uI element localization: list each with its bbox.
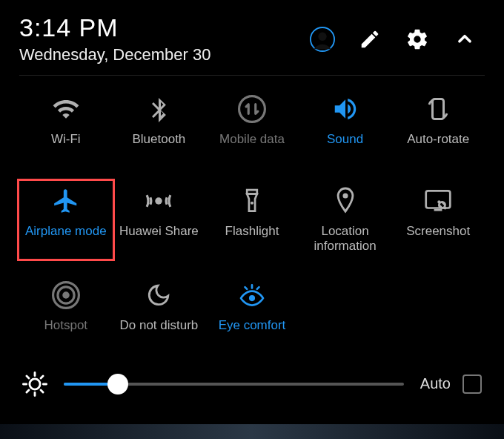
tile-huawei-share[interactable]: Huawei Share (113, 181, 206, 259)
auto-brightness-checkbox[interactable] (462, 374, 482, 394)
svg-point-4 (156, 197, 163, 205)
profile-icon[interactable] (310, 27, 335, 52)
tile-label: Auto-rotate (407, 132, 469, 160)
auto-rotate-icon (424, 95, 452, 123)
tile-eye-comfort[interactable]: Eye comfort (205, 275, 299, 351)
tile-label: Hotspot (44, 318, 88, 346)
svg-point-1 (318, 32, 326, 40)
svg-rect-3 (433, 99, 444, 119)
tile-screenshot[interactable]: Screenshot (391, 181, 485, 259)
eye-icon (238, 281, 266, 309)
flashlight-icon (238, 187, 266, 215)
tile-do-not-disturb[interactable]: Do not disturb (113, 275, 206, 351)
tile-label: Flashlight (225, 224, 279, 252)
tile-label: Mobile data (219, 132, 285, 160)
svg-point-15 (249, 295, 255, 301)
brightness-slider[interactable] (64, 383, 404, 386)
airplane-icon (52, 187, 80, 215)
tile-sound[interactable]: Sound (299, 89, 392, 165)
sound-icon (331, 95, 359, 123)
moon-icon (145, 281, 173, 309)
tile-wifi[interactable]: Wi-Fi (19, 89, 113, 165)
tile-label: Wi-Fi (51, 132, 81, 160)
mobile-data-icon (238, 95, 266, 123)
svg-point-12 (62, 291, 70, 299)
brightness-slider-wrap (64, 383, 404, 386)
tiles-grid: Wi-Fi Bluetooth Mobile data Sound Auto-r (19, 89, 485, 351)
tile-hotspot[interactable]: Hotspot (19, 275, 113, 351)
brightness-row: Auto (19, 372, 485, 397)
bluetooth-icon (145, 95, 173, 123)
tile-label: Eye comfort (219, 318, 286, 346)
slider-thumb[interactable] (107, 374, 128, 395)
auto-label: Auto (420, 375, 451, 392)
tile-auto-rotate[interactable]: Auto-rotate (391, 89, 485, 165)
tile-label: Sound (327, 132, 363, 160)
svg-point-2 (239, 96, 265, 122)
tile-label: Huawei Share (119, 224, 199, 252)
collapse-icon[interactable] (452, 27, 477, 52)
status-header: 3:14 PM Wednesday, December 30 (19, 13, 485, 65)
tile-label: Screenshot (406, 224, 470, 252)
tile-mobile-data[interactable]: Mobile data (205, 89, 299, 165)
settings-icon[interactable] (405, 27, 430, 52)
date-text: Wednesday, December 30 (19, 45, 210, 65)
tile-label: Airplane mode (25, 224, 107, 252)
wallpaper-strip (0, 424, 504, 439)
time-text: 3:14 PM (19, 13, 210, 42)
tile-label: Location information (300, 224, 391, 254)
divider (19, 75, 485, 76)
wifi-icon (52, 95, 80, 123)
quick-settings-panel: 3:14 PM Wednesday, December 30 Wi-Fi (0, 0, 504, 406)
tile-location[interactable]: Location information (299, 181, 392, 259)
screenshot-icon (424, 187, 452, 215)
hotspot-icon (52, 281, 80, 309)
tile-airplane-mode[interactable]: Airplane mode (17, 179, 115, 261)
auto-brightness-group: Auto (420, 374, 482, 394)
edit-icon[interactable] (357, 27, 382, 52)
svg-point-7 (342, 193, 348, 198)
svg-point-10 (438, 200, 441, 203)
header-icons (310, 27, 477, 52)
svg-point-11 (444, 206, 447, 209)
tile-label: Do not disturb (119, 318, 198, 346)
location-icon (331, 187, 359, 215)
brightness-icon (22, 372, 47, 397)
tile-flashlight[interactable]: Flashlight (205, 181, 299, 259)
svg-point-6 (251, 202, 253, 205)
svg-point-16 (30, 379, 40, 389)
huawei-share-icon (145, 187, 173, 215)
tile-label: Bluetooth (132, 132, 185, 160)
svg-rect-8 (426, 191, 451, 208)
clock-block: 3:14 PM Wednesday, December 30 (19, 13, 210, 65)
tile-bluetooth[interactable]: Bluetooth (113, 89, 206, 165)
